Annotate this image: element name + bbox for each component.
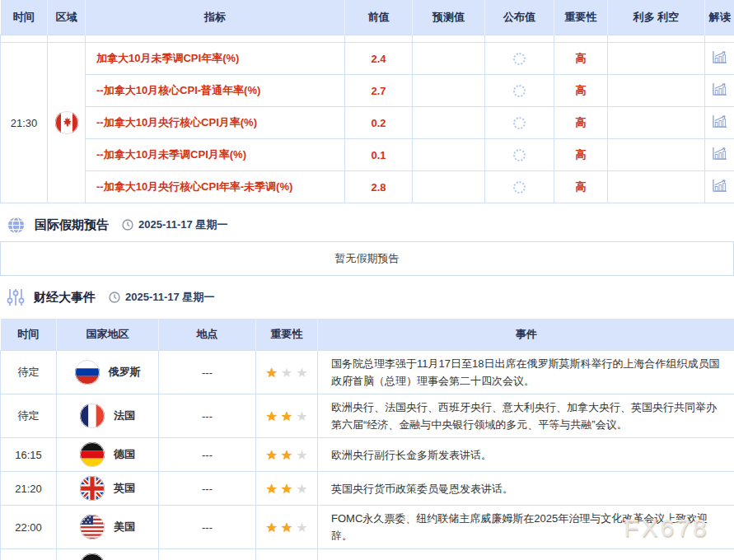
importance-label: 高 — [576, 84, 587, 96]
chart-interpret-icon[interactable] — [711, 114, 728, 129]
event-description: FOMC永久票委、纽约联储主席威廉姆斯在2025年治理与文化改革会议上致欢迎辞。 — [331, 512, 708, 542]
star-icon: ★ — [265, 409, 277, 423]
clock-icon — [109, 292, 120, 303]
event-time: 待定 — [18, 366, 40, 378]
chart-interpret-icon[interactable] — [711, 147, 728, 161]
events-date: 2025-11-17 星期一 — [109, 290, 214, 305]
importance-label: 高 — [576, 180, 587, 193]
indicator-name: --加拿大10月央行核心CPI年率-未季调(%) — [96, 180, 292, 193]
star-icon: ★ — [296, 482, 307, 496]
loading-spinner-icon — [513, 85, 526, 97]
col-region: 区域 — [48, 0, 86, 35]
calendar-rows: 21:30 加拿大10月未季调CPI年率(%) 2.4 高 — [1, 35, 734, 203]
col-importance: 重要性 — [554, 0, 608, 35]
uk-flag-icon — [80, 476, 105, 501]
event-location: --- — [202, 366, 213, 379]
indicator-name: 加拿大10月未季调CPI年率(%) — [96, 52, 239, 64]
star-icon: ★ — [296, 448, 307, 462]
event-description: 国务院总理李强于11月17日至18日出席在俄罗斯莫斯科举行的上海合作组织成员国政… — [331, 357, 719, 387]
event-row: 16:15 德国 --- ★★★ 欧洲央行副行长金多斯发表讲话。 — [1, 438, 734, 472]
indicator-table: 时间 区域 指标 前值 预测值 公布值 重要性 利多 利空 解读 21:30 加… — [0, 0, 734, 203]
importance-stars: ★★★ — [264, 522, 309, 534]
star-icon: ★ — [281, 366, 292, 380]
col-time: 时间 — [1, 0, 48, 35]
importance-stars: ★★★ — [264, 450, 309, 462]
indicator-row: 21:30 加拿大10月未季调CPI年率(%) 2.4 高 — [1, 43, 734, 75]
germany-flag-icon — [80, 553, 105, 560]
col-location: 地点 — [159, 319, 256, 351]
event-location: --- — [202, 410, 213, 422]
chart-interpret-icon[interactable] — [711, 82, 728, 97]
event-description: 英国央行货币政策委员曼恩发表讲话。 — [331, 483, 513, 495]
importance-label: 高 — [576, 52, 587, 64]
star-icon: ★ — [296, 409, 307, 423]
star-icon: ★ — [281, 482, 292, 496]
holiday-date: 2025-11-17 星期一 — [122, 217, 227, 232]
holiday-section-header: 国际假期预告 2025-11-17 星期一 — [7, 215, 734, 235]
events-date-label: 2025-11-17 星期一 — [125, 290, 214, 305]
event-location: --- — [202, 483, 213, 495]
indicator-row: --加拿大10月央行核心CPI月率(%) 0.2 高 — [1, 107, 734, 139]
canada-flag-icon — [49, 111, 84, 134]
event-time: 16:15 — [15, 449, 42, 461]
importance-stars: ★★★ — [264, 411, 309, 423]
country-name: 法国 — [114, 408, 135, 423]
chart-interpret-icon[interactable] — [711, 179, 728, 194]
usa-flag-icon — [80, 515, 105, 539]
star-icon: ★ — [265, 448, 277, 462]
star-icon: ★ — [265, 520, 277, 534]
holiday-empty-box: 暂无假期预告 — [0, 241, 734, 276]
country-name: 德国 — [114, 447, 135, 462]
loading-spinner-icon — [513, 53, 526, 65]
col-previous: 前值 — [345, 0, 413, 35]
events-table-header: 时间 国家地区 地点 重要性 事件 — [1, 319, 734, 351]
event-location: --- — [202, 449, 213, 461]
holiday-date-label: 2025-11-17 星期一 — [138, 217, 227, 232]
event-row: 21:20 英国 --- ★★★ 英国央行货币政策委员曼恩发表讲话。 — [1, 472, 734, 506]
event-time: 21:20 — [15, 483, 42, 495]
star-icon: ★ — [281, 520, 292, 534]
col-country: 国家地区 — [57, 319, 159, 351]
importance-label: 高 — [576, 148, 587, 161]
previous-value: 2.4 — [371, 53, 386, 65]
col-indicator: 指标 — [86, 0, 345, 35]
indicator-row: --加拿大10月央行核心CPI年率-未季调(%) 2.8 高 — [1, 171, 734, 203]
star-icon: ★ — [265, 482, 277, 496]
indicator-table-header: 时间 区域 指标 前值 预测值 公布值 重要性 利多 利空 解读 — [1, 0, 734, 35]
star-icon: ★ — [296, 366, 307, 380]
country-name: 美国 — [114, 520, 135, 534]
indicator-name: --加拿大10月央行核心CPI月率(%) — [96, 116, 257, 128]
france-flag-icon — [80, 404, 105, 428]
russia-flag-icon — [75, 360, 100, 385]
events-table: 时间 国家地区 地点 重要性 事件 待定 俄罗斯 --- ★★★ 国务院总理李强… — [0, 319, 734, 560]
event-row: 待定 俄罗斯 --- ★★★ 国务院总理李强于11月17日至18日出席在俄罗斯莫… — [1, 351, 734, 394]
star-icon: ★ — [296, 520, 307, 534]
events-section-header: 财经大事件 2025-11-17 星期一 — [7, 287, 734, 307]
loading-spinner-icon — [513, 149, 526, 161]
clipped-row — [1, 35, 734, 43]
holiday-section-title: 国际假期预告 — [35, 217, 109, 233]
previous-value: 2.7 — [371, 85, 386, 97]
col-bias: 利多 利空 — [608, 0, 705, 35]
events-section-title: 财经大事件 — [34, 290, 96, 306]
event-rows: 待定 俄罗斯 --- ★★★ 国务院总理李强于11月17日至18日出席在俄罗斯莫… — [1, 351, 734, 560]
event-row: 22:45 德国 --- ★★★ 欧洲央行首席经济学家连恩发表讲话。 — [1, 549, 734, 560]
indicator-row: --加拿大10月核心CPI-普通年率(%) 2.7 高 — [1, 75, 734, 107]
col-time: 时间 — [1, 319, 57, 351]
country-name: 俄罗斯 — [109, 365, 141, 380]
sliders-icon — [7, 287, 25, 307]
previous-value: 0.1 — [371, 149, 386, 161]
event-row: 待定 法国 --- ★★★ 欧洲央行、法国央行、西班牙央行、意大利央行、加拿大央… — [1, 394, 734, 438]
event-time: 待定 — [18, 409, 40, 422]
event-time: 22:00 — [15, 521, 42, 534]
chart-interpret-icon[interactable] — [711, 50, 728, 65]
germany-flag-icon — [80, 442, 105, 467]
previous-value: 2.8 — [371, 181, 386, 194]
clock-icon — [122, 219, 133, 231]
event-description: 欧洲央行副行长金多斯发表讲话。 — [331, 449, 492, 461]
star-icon: ★ — [265, 366, 277, 380]
event-row: 22:00 美国 --- ★★★ FOMC永久票委、纽约联储主席威廉姆斯在202… — [1, 506, 734, 549]
release-time: 21:30 — [11, 117, 38, 129]
star-icon: ★ — [281, 409, 292, 423]
col-published: 公布值 — [485, 0, 554, 35]
